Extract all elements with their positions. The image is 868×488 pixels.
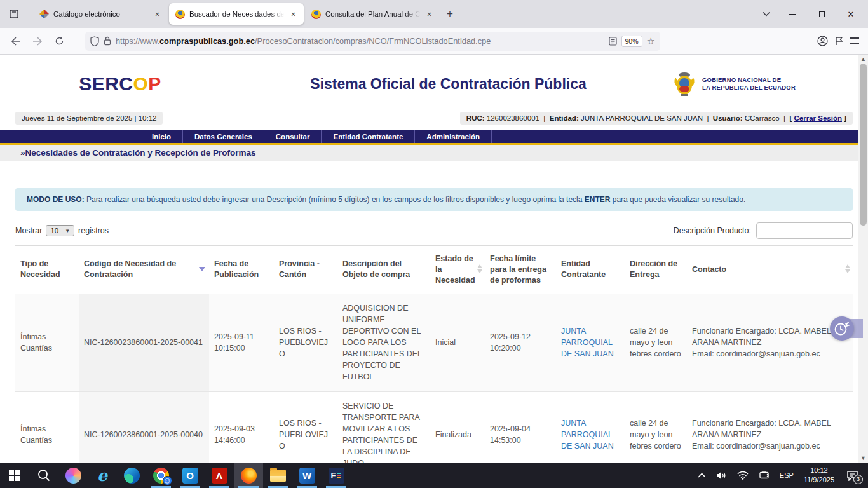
page-scrollbar[interactable]: ▲ ▼ [858, 55, 868, 463]
table-header-row: Tipo de NecesidadCódigo de Necesidad de … [15, 246, 853, 294]
nav-item-datos-generales[interactable]: Datos Generales [182, 130, 264, 143]
column-header[interactable]: Dirección de Entrega [625, 246, 687, 294]
screen: Catálogo electrónico ✕ Buscador de Neces… [0, 0, 868, 488]
column-header[interactable]: Fecha de Publicación [209, 246, 274, 294]
cell-codigo: NIC-1260023860001-2025-00040 [79, 391, 209, 463]
taskbar-time: 10:12 [810, 466, 828, 475]
cell-estado: Inicial [430, 294, 485, 391]
tray-chevron-icon[interactable] [693, 463, 710, 488]
taskbar-explorer-button[interactable] [263, 463, 292, 488]
column-header[interactable]: Descripción del Objeto de compra [337, 246, 430, 294]
start-button[interactable] [0, 463, 29, 488]
account-icon[interactable] [817, 36, 828, 46]
scrollbar-thumb[interactable] [860, 64, 867, 226]
cell-tipo: Ínfimas Cuantías [15, 294, 79, 391]
window-restore-button[interactable] [808, 3, 835, 25]
gov-text: GOBIERNO NACIONAL DE LA REPUBLICA DEL EC… [702, 76, 796, 92]
reload-icon[interactable] [50, 32, 69, 51]
cell-tipo: Ínfimas Cuantías [15, 391, 79, 463]
site-title: Sistema Oficial de Contratación Pública [225, 76, 672, 93]
column-header[interactable]: Estado de la Necesidad [430, 246, 485, 294]
action-center-button[interactable]: 3 [840, 463, 864, 488]
session-row: Jueves 11 de Septiembre de 2025 | 10:12 … [15, 112, 853, 125]
extensions-icon[interactable] [834, 36, 844, 46]
nav-item-inicio[interactable]: Inicio [140, 130, 182, 143]
table-row: Ínfimas CuantíasNIC-1260023860001-2025-0… [15, 294, 853, 391]
cell-direccion: calle 24 de mayo y leon febres cordero [625, 294, 687, 391]
back-icon[interactable] [6, 32, 25, 51]
column-header[interactable]: Tipo de Necesidad [15, 246, 79, 294]
entidad-link[interactable]: JUNTA PARROQUIAL DE SAN JUAN [561, 419, 614, 451]
window-close-button[interactable]: ✕ [837, 3, 864, 25]
column-header-label: Estado de la Necesidad [435, 254, 475, 285]
product-filter-group: Descripción Producto: [674, 222, 853, 239]
edge-icon [124, 468, 140, 484]
url-bar[interactable]: https://www.compraspublicas.gob.ec/Proce… [85, 32, 660, 51]
nav-item-administración[interactable]: Administración [414, 130, 492, 143]
nav-item-entidad-contratante[interactable]: Entidad Contratante [321, 130, 414, 143]
scroll-up-icon[interactable]: ▲ [860, 55, 866, 64]
menu-hamburger-icon[interactable] [850, 36, 859, 46]
tracking-shield-icon[interactable] [90, 36, 99, 46]
taskbar-firefox-button[interactable] [234, 463, 263, 488]
tab-title: Buscador de Necesidades de Co [189, 10, 284, 18]
taskbar-clock[interactable]: 10:12 11/9/2025 [799, 463, 839, 488]
firefox-view-icon[interactable] [4, 4, 24, 24]
tab-close-icon[interactable]: ✕ [424, 10, 435, 19]
records-per-page-select[interactable]: 10▼ [46, 225, 74, 236]
chrome-icon: @ [153, 468, 169, 484]
taskbar-copilot-button[interactable] [58, 463, 88, 488]
taskbar-ie-button[interactable]: e [88, 463, 117, 488]
main-navbar: InicioDatos GeneralesConsultarEntidad Co… [0, 130, 868, 145]
taskbar-word-button[interactable]: W [292, 463, 322, 488]
window-minimize-button[interactable] [779, 3, 806, 25]
scroll-down-icon[interactable]: ▼ [860, 454, 866, 463]
bookmark-star-icon[interactable]: ☆ [647, 36, 655, 47]
column-header-label: Entidad Contratante [561, 259, 606, 279]
page-title: »Necesidades de Contratación y Recepción… [0, 145, 868, 161]
sercop-favicon-icon [175, 10, 185, 19]
forward-icon[interactable] [28, 32, 47, 51]
fes-app-icon: F [329, 468, 344, 484]
records-label: registros [78, 226, 109, 235]
column-header[interactable]: Código de Necesidad de Contratación [79, 246, 209, 294]
url-text[interactable]: https://www.compraspublicas.gob.ec/Proce… [116, 36, 604, 46]
product-description-input[interactable] [756, 222, 853, 239]
lock-icon[interactable] [104, 36, 111, 46]
nav-item-consultar[interactable]: Consultar [264, 130, 322, 143]
new-tab-button[interactable]: + [440, 4, 459, 24]
tab-plan-anual[interactable]: Consulta del Plan Anual de Con ✕ [305, 3, 440, 25]
column-header[interactable]: Fecha límite para la entrega de proforma… [485, 246, 556, 294]
floating-timer-widget[interactable] [830, 316, 863, 341]
tab-buscador-necesidades[interactable]: Buscador de Necesidades de Co ✕ [169, 3, 304, 25]
firefox-icon [241, 468, 257, 484]
filter-row: Mostrar 10▼ registros Descripción Produc… [15, 222, 853, 239]
connect-display-icon[interactable] [754, 463, 774, 488]
logout-link[interactable]: Cerrar Sesión [794, 114, 842, 122]
list-all-tabs-icon[interactable] [756, 4, 776, 24]
column-header[interactable]: Entidad Contratante [556, 246, 625, 294]
catalogo-favicon-icon [39, 10, 49, 19]
tab-close-icon[interactable]: ✕ [288, 10, 299, 19]
sort-icon [477, 264, 482, 273]
wifi-icon[interactable] [733, 463, 753, 488]
taskbar-acrobat-button[interactable]: Λ [205, 463, 234, 488]
taskbar-edge-button[interactable] [117, 463, 146, 488]
taskbar-chrome-button[interactable]: @ [146, 463, 175, 488]
zoom-level-chip[interactable]: 90% [621, 36, 642, 47]
cell-fecha_limite: 2025-09-04 14:53:00 [485, 391, 556, 463]
taskbar-fes-button[interactable]: F [322, 463, 351, 488]
tab-catalogo[interactable]: Catálogo electrónico ✕ [33, 3, 168, 25]
reader-mode-icon[interactable] [609, 37, 617, 46]
column-header-label: Contacto [692, 265, 726, 274]
masthead: SERCOP Sistema Oficial de Contratación P… [15, 57, 853, 111]
language-indicator[interactable]: ESP [775, 463, 798, 488]
volume-icon[interactable] [712, 463, 731, 488]
column-header[interactable]: Contacto [687, 246, 853, 294]
taskbar-outlook-button[interactable]: O [175, 463, 205, 488]
column-header[interactable]: Provincia - Cantón [274, 246, 337, 294]
tab-close-icon[interactable]: ✕ [153, 10, 163, 19]
entidad-link[interactable]: JUNTA PARROQUIAL DE SAN JUAN [561, 327, 614, 358]
taskbar-search-button[interactable] [29, 463, 58, 488]
tab-title: Catálogo electrónico [53, 10, 148, 18]
